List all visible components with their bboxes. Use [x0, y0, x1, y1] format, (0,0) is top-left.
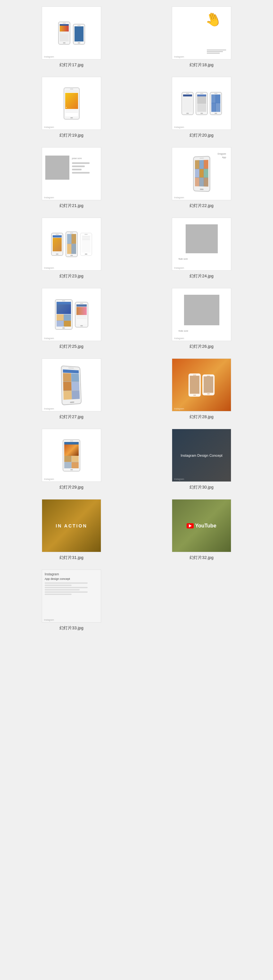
list-item[interactable]: pose scre Instagram 幻灯片21.jpg	[6, 144, 136, 215]
thumbnail-23[interactable]: Instagram	[42, 218, 101, 270]
thumbnail-22[interactable]: Dragsee App Instagram	[172, 147, 231, 200]
list-item[interactable]: 🤚 Instagram 幻灯片18.jpg	[136, 3, 267, 73]
filename-24: 幻灯片24.jpg	[189, 273, 213, 279]
thumbnail-30[interactable]: Instagram Design Concept Instagram	[172, 429, 231, 482]
list-item[interactable]: YouTube 幻灯片32.jpg	[136, 496, 267, 566]
list-item[interactable]: ● Instagram 幻灯片19.jpg	[6, 73, 136, 144]
list-item[interactable]: Instagram 幻灯片25.jpg	[6, 285, 136, 355]
youtube-text-label: YouTube	[195, 523, 216, 529]
list-item[interactable]: Instagram 幻灯片23.jpg	[6, 215, 136, 285]
list-item[interactable]: Instagram 幻灯片27.jpg	[6, 355, 136, 426]
filename-22: 幻灯片22.jpg	[189, 203, 213, 208]
thumbnail-19[interactable]: ● Instagram	[42, 77, 101, 130]
filename-28: 幻灯片28.jpg	[189, 414, 213, 420]
filename-33: 幻灯片33.jpg	[59, 625, 83, 631]
thumbnail-18[interactable]: 🤚 Instagram	[172, 6, 231, 59]
thumbnail-33[interactable]: Instagram App design concept Instagram	[42, 570, 101, 623]
empty-slot	[136, 566, 267, 637]
thumbnail-24[interactable]: flute scre Instagram	[172, 218, 231, 270]
thumbnail-29[interactable]: Instagram	[42, 429, 101, 482]
list-item[interactable]: IN ACTION 幻灯片31.jpg	[6, 496, 136, 566]
thumbnail-17[interactable]: Instagram	[42, 6, 101, 59]
youtube-logo: YouTube	[187, 523, 216, 529]
list-item[interactable]: Instagram 幻灯片17.jpg	[6, 3, 136, 73]
list-item[interactable]: Dragsee App Instagram 幻灯片22.jpg	[136, 144, 267, 215]
thumbnail-28[interactable]: Instagram	[172, 358, 231, 411]
filename-19: 幻灯片19.jpg	[59, 132, 83, 138]
thumbnail-27[interactable]: Instagram	[42, 358, 101, 411]
thumbnail-20[interactable]: Instagram	[172, 77, 231, 130]
filename-21: 幻灯片21.jpg	[59, 203, 83, 208]
filename-27: 幻灯片27.jpg	[59, 414, 83, 420]
list-item[interactable]: Instagram App design concept Instagram 幻…	[6, 566, 136, 637]
filename-20: 幻灯片20.jpg	[189, 132, 213, 138]
list-item[interactable]: Instagram Design Concept Instagram 幻灯片30…	[136, 426, 267, 496]
filename-25: 幻灯片25.jpg	[59, 344, 83, 349]
filename-18: 幻灯片18.jpg	[189, 62, 213, 68]
file-grid: Instagram 幻灯片17.jpg 🤚 Instagram 幻灯片18.jp…	[0, 0, 273, 640]
instagram-design-label: Instagram Design Concept	[181, 453, 222, 457]
list-item[interactable]: Instagram 幻灯片29.jpg	[6, 426, 136, 496]
filename-32: 幻灯片32.jpg	[189, 555, 213, 560]
list-item[interactable]: flute scre Instagram 幻灯片24.jpg	[136, 215, 267, 285]
thumbnail-25[interactable]: Instagram	[42, 288, 101, 341]
filename-30: 幻灯片30.jpg	[189, 484, 213, 490]
thumbnail-26[interactable]: frolic scre Instagram	[172, 288, 231, 341]
list-item[interactable]: frolic scre Instagram 幻灯片26.jpg	[136, 285, 267, 355]
thumbnail-32[interactable]: YouTube	[172, 499, 231, 552]
in-action-label: IN ACTION	[56, 523, 87, 528]
filename-29: 幻灯片29.jpg	[59, 484, 83, 490]
filename-31: 幻灯片31.jpg	[59, 555, 83, 560]
thumbnail-31[interactable]: IN ACTION	[42, 499, 101, 552]
filename-23: 幻灯片23.jpg	[59, 273, 83, 279]
filename-26: 幻灯片26.jpg	[189, 344, 213, 349]
filename-17: 幻灯片17.jpg	[59, 62, 83, 68]
list-item[interactable]: Instagram 幻灯片20.jpg	[136, 73, 267, 144]
thumbnail-21[interactable]: pose scre Instagram	[42, 147, 101, 200]
list-item[interactable]: Instagram 幻灯片28.jpg	[136, 355, 267, 426]
